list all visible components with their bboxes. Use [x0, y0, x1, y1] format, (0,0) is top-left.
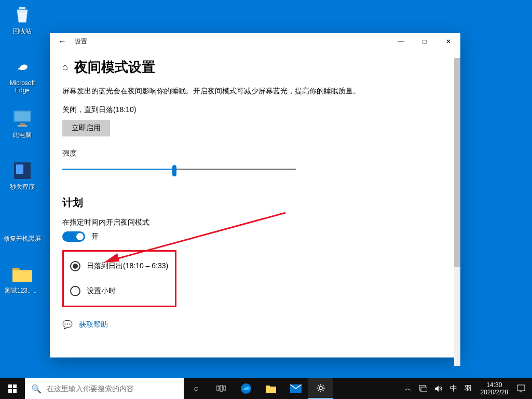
desktop-icon-label: 修复开机黑屏: [3, 235, 42, 242]
taskbar-mail[interactable]: [283, 378, 308, 399]
status-text: 关闭，直到日落(18:10): [62, 105, 448, 115]
home-icon[interactable]: ⌂: [62, 62, 68, 73]
desktop-icon-repair[interactable]: 修复开机黑屏: [3, 212, 42, 242]
recyclebin-icon: [11, 4, 33, 26]
tray-network-icon[interactable]: [415, 378, 431, 399]
cortana-button[interactable]: ○: [184, 378, 209, 399]
titlebar: ← 设置 — □ ✕: [50, 33, 460, 50]
radio-icon: [70, 261, 80, 271]
svg-rect-10: [15, 223, 20, 228]
svg-rect-9: [22, 215, 28, 221]
desktop-icon-label: 此电脑: [3, 131, 42, 139]
minimize-button[interactable]: —: [389, 33, 413, 50]
taskview-button[interactable]: [209, 378, 234, 399]
enable-now-button[interactable]: 立即启用: [62, 120, 110, 136]
svg-rect-26: [517, 385, 525, 391]
tray-ime-lang[interactable]: 中: [446, 378, 461, 399]
settings-content: ⌂ 夜间模式设置 屏幕发出的蓝光会在夜间影响你的睡眠。开启夜间模式可减少屏幕蓝光…: [50, 58, 460, 366]
desktop-icon-edge[interactable]: Microsoft Edge: [3, 56, 42, 94]
intensity-label: 强度: [62, 149, 448, 158]
tray-chevron-icon[interactable]: ︿: [401, 378, 415, 399]
scrollbar[interactable]: [454, 58, 460, 366]
settings-window: ← 设置 — □ ✕ ⌂ 夜间模式设置 屏幕发出的蓝光会在夜间影响你的睡眠。开启…: [50, 33, 460, 357]
taskbar: 🔍 ○ ︿ 中 羽 14:30 2020/2/28: [0, 378, 532, 399]
app-icon: [11, 160, 33, 182]
search-icon: 🔍: [31, 384, 42, 394]
desktop-icon-label: 回收站: [3, 27, 42, 35]
desktop-icon-shutdown[interactable]: 秒关程序: [3, 160, 42, 190]
radio-label: 设置小时: [87, 286, 116, 296]
svg-rect-8: [15, 215, 20, 221]
svg-rect-5: [18, 125, 27, 127]
schedule-subtitle: 在指定时间内开启夜间模式: [62, 218, 448, 227]
svg-rect-3: [15, 112, 30, 121]
svg-rect-17: [13, 389, 17, 393]
back-button[interactable]: ←: [50, 37, 75, 46]
annotation-highlight-box: 日落到日出(18:10 – 6:33) 设置小时: [62, 250, 176, 307]
scrollbar-thumb[interactable]: [454, 58, 460, 267]
svg-rect-11: [22, 223, 28, 228]
schedule-toggle[interactable]: [62, 231, 85, 242]
schedule-heading: 计划: [62, 196, 448, 210]
svg-rect-19: [220, 385, 223, 391]
page-description: 屏幕发出的蓝光会在夜间影响你的睡眠。开启夜间模式可减少屏幕蓝光，提高你的睡眠质量…: [62, 86, 448, 96]
svg-rect-7: [16, 164, 23, 174]
window-title: 设置: [75, 37, 87, 46]
taskbar-explorer[interactable]: [258, 378, 283, 399]
search-input[interactable]: [47, 384, 178, 393]
get-help-link[interactable]: 获取帮助: [79, 320, 108, 329]
app-icon: [11, 212, 33, 233]
folder-icon: [11, 264, 33, 285]
monitor-icon: [11, 108, 33, 130]
system-tray: ︿ 中 羽 14:30 2020/2/28: [401, 378, 532, 399]
tray-volume-icon[interactable]: [431, 378, 446, 399]
start-button[interactable]: [0, 378, 25, 399]
svg-rect-18: [216, 386, 219, 390]
radio-icon: [70, 286, 80, 296]
svg-point-23: [319, 387, 322, 390]
taskbar-search[interactable]: 🔍: [25, 378, 184, 399]
taskbar-settings[interactable]: [308, 378, 333, 399]
taskbar-clock[interactable]: 14:30 2020/2/28: [475, 381, 513, 396]
desktop-icon-thispc[interactable]: 此电脑: [3, 108, 42, 139]
radio-set-hours[interactable]: 设置小时: [68, 283, 171, 299]
clock-date: 2020/2/28: [481, 389, 508, 396]
maximize-button[interactable]: □: [413, 33, 436, 50]
toggle-label: 开: [91, 232, 99, 241]
show-desktop-button[interactable]: [529, 378, 532, 399]
close-button[interactable]: ✕: [436, 33, 460, 50]
taskbar-edge[interactable]: [234, 378, 258, 399]
tray-ime-mode[interactable]: 羽: [461, 378, 475, 399]
radio-sunset-sunrise[interactable]: 日落到日出(18:10 – 6:33): [68, 258, 171, 274]
slider-thumb[interactable]: [172, 165, 176, 176]
svg-rect-20: [224, 386, 226, 390]
svg-rect-25: [421, 387, 427, 392]
desktop-icon-label: Microsoft Edge: [3, 79, 42, 94]
svg-rect-14: [8, 384, 12, 388]
help-icon: 💬: [62, 320, 73, 329]
svg-rect-4: [20, 123, 25, 125]
desktop-icon-label: 秒关程序: [3, 183, 42, 190]
desktop-icon-folder[interactable]: 测试123。。: [3, 264, 42, 294]
svg-rect-15: [13, 384, 17, 388]
radio-label: 日落到日出(18:10 – 6:33): [87, 262, 168, 271]
desktop-icon-label: 测试123。。: [3, 287, 42, 294]
svg-rect-16: [8, 389, 12, 393]
edge-icon: [11, 56, 33, 78]
desktop-icon-recyclebin[interactable]: 回收站: [3, 4, 42, 35]
action-center-icon[interactable]: [513, 378, 529, 399]
intensity-slider[interactable]: [62, 162, 296, 177]
page-heading: 夜间模式设置: [74, 58, 155, 76]
clock-time: 14:30: [481, 381, 508, 389]
svg-rect-0: [19, 7, 25, 9]
